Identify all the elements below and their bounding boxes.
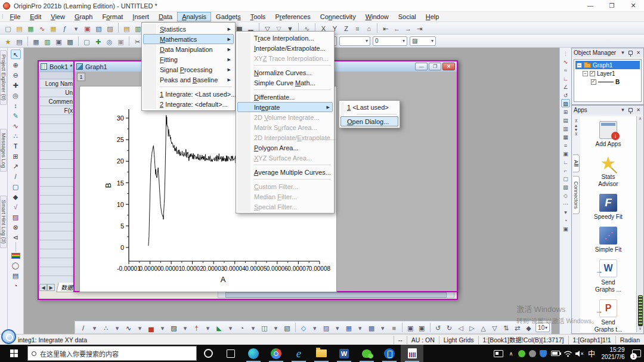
menu-format[interactable]: Format (97, 12, 128, 21)
draw-data-tool-icon[interactable]: ⊲ (11, 232, 21, 242)
scrollbar-thumb[interactable] (225, 292, 447, 298)
open-file-icon[interactable]: ▤ (122, 23, 132, 33)
plot-dropdown-13-icon[interactable]: ▾ (225, 323, 236, 332)
menu-item-statistics[interactable]: Statistics▶ (143, 24, 234, 34)
row-header[interactable] (39, 142, 75, 151)
axis-top-tool-icon[interactable]: ⌐ (561, 166, 570, 174)
image-plot-icon[interactable]: ▨ (169, 323, 179, 332)
rotate-cw-icon[interactable]: ↻ (444, 323, 454, 332)
scatter-plot-icon[interactable]: ∴ (101, 323, 111, 332)
menu-item-integrate-1-last-used[interactable]: 1 <Last used> (340, 102, 398, 112)
menu-item-mathematics[interactable]: Mathematics▶ (143, 34, 234, 44)
taskbar-wechat[interactable] (355, 345, 378, 362)
plot-dropdown-21-icon[interactable]: ▾ (309, 323, 320, 332)
add-new-columns-icon[interactable]: ✚ (93, 36, 103, 46)
align-tool-icon[interactable]: ≡ (561, 141, 570, 149)
collapse-icon[interactable] (583, 71, 588, 76)
rotate-angle-combo[interactable]: 10▾ (535, 323, 550, 332)
menu-item-open-dialog[interactable]: Open Dialog... (340, 116, 398, 126)
open-project-icon[interactable]: ▤ (14, 23, 24, 33)
menu-item-normalize-curves[interactable]: Normalize Curves... (237, 67, 333, 78)
axis-corner-tool-icon[interactable]: ∟ (561, 74, 570, 82)
app-stats-advisor[interactable]: ★Stats Advisor (580, 154, 636, 188)
layout-tool-icon[interactable]: ▤ (11, 270, 21, 280)
error-bar-plot-icon[interactable]: † (191, 323, 202, 332)
tree-item-series-b[interactable]: B (575, 78, 640, 86)
arrow-tool-icon[interactable]: ↗ (11, 161, 21, 171)
plot-dropdown-11-icon[interactable]: ▾ (203, 323, 213, 332)
screen-reader-tool-icon[interactable]: ◎ (11, 90, 21, 100)
status-segment-2[interactable]: Light Grids (439, 336, 478, 344)
set-comment-icon[interactable]: ≡ (352, 23, 363, 33)
color-scale-icon[interactable] (11, 253, 20, 259)
new-matrix-icon[interactable]: ▦ (48, 23, 58, 33)
line-plot-icon[interactable]: / (78, 323, 88, 332)
row-header[interactable] (39, 169, 75, 178)
menu-item-median-filter[interactable]: Median Filter... (237, 191, 333, 202)
tilt-down-icon[interactable]: ▽ (490, 323, 500, 332)
menu-item-matrix-surface-area[interactable]: Matrix Surface Area... (237, 122, 333, 132)
insert-equation-tool-icon[interactable]: √ (11, 202, 21, 211)
docked-tab-2[interactable]: Smart Hint Log (3) (0, 196, 7, 248)
new-plot-dropdown-icon[interactable]: ▾ (71, 23, 81, 33)
layer-2x1-icon[interactable]: ▤ (561, 116, 570, 124)
app-add-apps[interactable]: Add Apps (580, 121, 636, 148)
menu-item-trace-interpolation[interactable]: Trace Interpolation... (237, 33, 333, 43)
pan-tool-icon[interactable]: ✚ (11, 80, 21, 89)
menu-item-2d-interpolate-extrapolate[interactable]: 2D Interpolate/Extrapolate... (237, 132, 333, 143)
polygon-tool-icon[interactable]: ◆ (11, 191, 21, 201)
rotate-ccw-icon[interactable]: ↺ (433, 323, 443, 332)
data-reader-tool-icon[interactable]: ↕ (11, 100, 21, 110)
plot-dropdown-5-icon[interactable]: ▾ (135, 323, 145, 332)
menu-help[interactable]: Help (421, 12, 444, 21)
more-tools-icon[interactable]: ⋯ (561, 199, 570, 208)
expand-strip-icon[interactable]: ▾ (561, 208, 570, 216)
app-send-graphs-word[interactable]: WSend Graphs ... (580, 259, 636, 293)
app-speedy-fit[interactable]: FSpeedy Fit (580, 194, 636, 221)
scrollbar-thumb[interactable] (638, 295, 643, 326)
scroll-up-icon[interactable]: ∧ (639, 116, 642, 122)
graph-minimize-button[interactable]: — (415, 63, 428, 70)
import-wizard-2-icon[interactable]: ★ (3, 36, 13, 46)
contour-plot-icon[interactable]: ▩ (366, 323, 376, 332)
menu-tools[interactable]: Tools (246, 12, 271, 21)
circle-tool-icon[interactable]: ◯ (11, 260, 21, 270)
menu-item-average-multiple-curves[interactable]: Average Multiple Curves... (237, 167, 333, 177)
pin-icon[interactable] (628, 108, 633, 112)
status-segment-5[interactable]: Radian (615, 336, 644, 344)
annotation-tool-icon[interactable]: ✎ (11, 110, 21, 120)
row-header[interactable] (39, 115, 75, 124)
battery-icon[interactable] (549, 345, 562, 362)
home-button-icon[interactable]: ⌂ (364, 23, 374, 33)
zoom-out-tool-icon[interactable]: ⊖ (11, 70, 21, 79)
docked-tab-1[interactable]: Messages Log (0, 129, 7, 172)
insert-table-tool-icon[interactable]: ⊞ (11, 151, 21, 160)
row-header[interactable] (39, 240, 75, 249)
3d-surface-icon[interactable]: ◇ (298, 323, 308, 332)
column-plot-icon[interactable]: ▅ (146, 323, 156, 332)
row-header[interactable] (39, 249, 75, 258)
web-connector-icon[interactable]: ◎ (104, 36, 114, 46)
row-header[interactable] (39, 258, 75, 267)
stretch-3d-icon[interactable]: ⇅ (501, 323, 511, 332)
taskbar-edge[interactable] (242, 345, 265, 362)
row-header[interactable] (39, 133, 75, 142)
wifi-icon[interactable] (562, 345, 574, 362)
wechat-tray-icon[interactable] (516, 345, 527, 362)
menu-insert[interactable]: Insert (128, 12, 154, 21)
status-segment-0[interactable]: -- (394, 336, 407, 344)
app-tray-icon[interactable] (527, 345, 538, 362)
apps-tab-connectors[interactable]: Connectors (573, 176, 580, 214)
page-number-badge[interactable]: 1 (77, 73, 85, 81)
graph-close-button[interactable]: ✕ (442, 63, 455, 70)
menu-item-polygon-area[interactable]: Polygon Area... (237, 143, 333, 153)
taskbar-file-explorer[interactable] (310, 345, 333, 362)
menu-item-differentiate[interactable]: Differentiate... (237, 92, 333, 102)
input-language-indicator[interactable]: 中 (586, 345, 597, 362)
new-project-icon[interactable]: ▢ (3, 23, 13, 33)
stack-columns-icon[interactable]: ▩ (65, 36, 75, 46)
set-z-column-icon[interactable]: Z (341, 23, 351, 33)
spline-tool-icon[interactable]: ∿ (561, 57, 570, 66)
status-segment-3[interactable]: 1:[Book1]数据!Col(B)[1:3717] (478, 336, 568, 344)
add-layer-icon[interactable]: ⊞ (561, 107, 570, 116)
